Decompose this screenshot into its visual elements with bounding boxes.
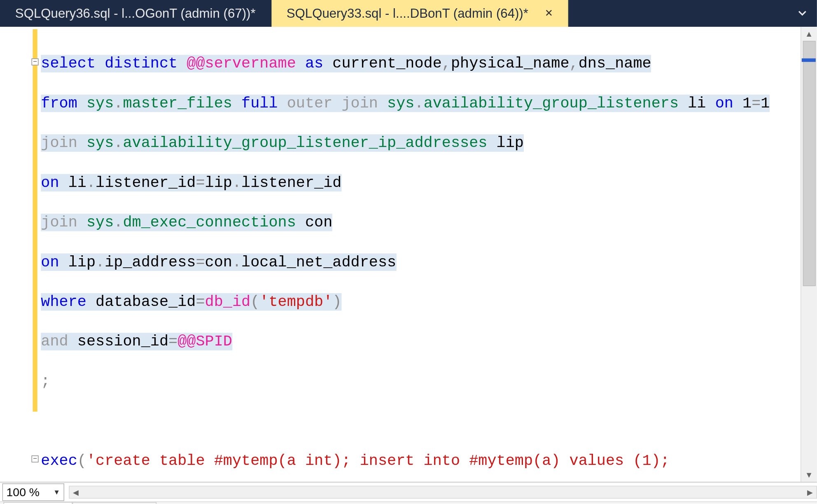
fold-toggle[interactable]: − <box>32 58 39 65</box>
editor-gutter <box>0 27 33 482</box>
tab-results[interactable]: Results <box>4 502 72 504</box>
fold-toggle[interactable]: − <box>32 455 39 462</box>
tab-label: SQLQuery36.sql - l...OGonT (admin (67))* <box>15 6 256 21</box>
horizontal-scrollbar[interactable]: ◀ ▶ <box>69 486 817 499</box>
scroll-marker <box>802 58 816 62</box>
tab-overflow-menu[interactable] <box>794 0 811 27</box>
vertical-scrollbar[interactable]: ▲ ▼ <box>801 27 817 482</box>
scroll-down-icon[interactable]: ▼ <box>801 468 817 482</box>
scroll-thumb[interactable] <box>803 41 816 286</box>
sql-editor: −select distinct @@servername as current… <box>0 27 817 482</box>
close-icon[interactable] <box>545 7 553 20</box>
scroll-left-icon[interactable]: ◀ <box>70 488 82 497</box>
scroll-right-icon[interactable]: ▶ <box>803 488 816 497</box>
chevron-down-icon: ▼ <box>53 488 60 496</box>
zoom-selector[interactable]: 100 % ▼ <box>2 483 64 501</box>
document-tab-bar: SQLQuery36.sql - l...OGonT (admin (67))*… <box>0 0 817 27</box>
results-tab-bar: Results Messages <box>0 502 817 504</box>
change-indicator <box>33 29 37 412</box>
tab-sqlquery33[interactable]: SQLQuery33.sql - l....DBonT (admin (64))… <box>271 0 569 27</box>
scroll-up-icon[interactable]: ▲ <box>801 27 817 41</box>
editor-footer: 100 % ▼ ◀ ▶ <box>0 482 817 502</box>
zoom-value: 100 % <box>7 485 40 499</box>
tab-label: SQLQuery33.sql - l....DBonT (admin (64))… <box>287 6 528 21</box>
tab-sqlquery36[interactable]: SQLQuery36.sql - l...OGonT (admin (67))* <box>0 0 271 27</box>
code-area[interactable]: −select distinct @@servername as current… <box>37 27 801 482</box>
tab-messages[interactable]: Messages <box>72 502 156 504</box>
